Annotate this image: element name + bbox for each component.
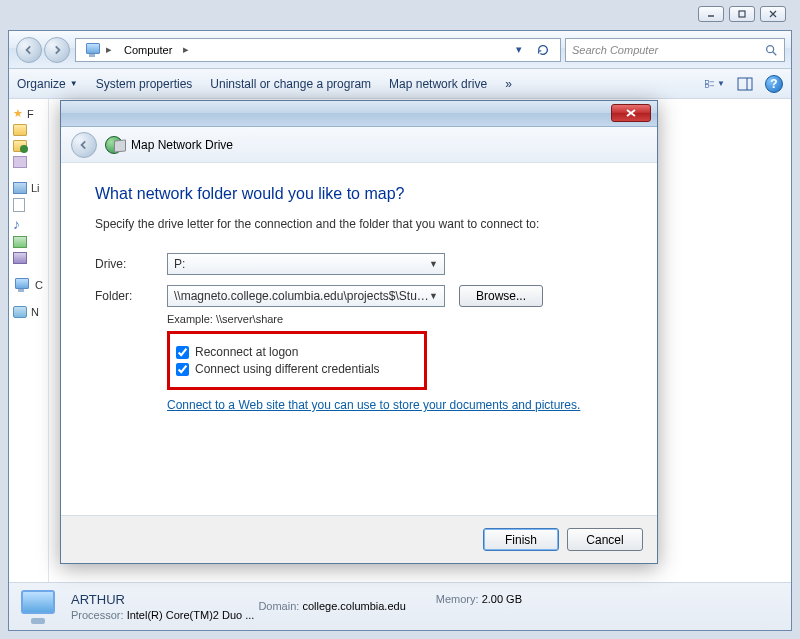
browse-button[interactable]: Browse... [459, 285, 543, 307]
processor-value: Intel(R) Core(TM)2 Duo ... [127, 609, 255, 621]
computer-large-icon [17, 588, 61, 626]
back-button[interactable] [16, 37, 42, 63]
window-controls [698, 6, 786, 22]
different-credentials-checkbox[interactable] [176, 363, 189, 376]
chevron-down-icon: ▼ [429, 259, 438, 269]
refresh-button[interactable] [532, 39, 554, 61]
svg-rect-7 [706, 84, 709, 87]
folder-value: \\magneto.college.columbia.edu\projects$… [174, 289, 429, 303]
libraries-icon [13, 182, 27, 194]
sidebar-item[interactable] [13, 154, 44, 170]
reconnect-checkbox-row[interactable]: Reconnect at logon [176, 345, 414, 359]
view-options-button[interactable]: ▼ [705, 74, 725, 94]
organize-menu[interactable]: Organize▼ [17, 77, 78, 91]
sidebar-item[interactable] [13, 138, 44, 154]
highlighted-checkbox-group: Reconnect at logon Connect using differe… [167, 331, 427, 390]
minimize-button[interactable] [698, 6, 724, 22]
sidebar-item[interactable] [13, 122, 44, 138]
sidebar-item[interactable]: ♪ [13, 214, 44, 234]
uninstall-program-button[interactable]: Uninstall or change a program [210, 77, 371, 91]
videos-icon [13, 252, 27, 264]
dialog-close-button[interactable] [611, 104, 651, 122]
address-bar[interactable]: ▸ Computer ▸ ▾ [75, 38, 561, 62]
reconnect-checkbox[interactable] [176, 346, 189, 359]
address-dropdown-button[interactable]: ▾ [508, 39, 530, 61]
chevron-down-icon: ▼ [717, 79, 725, 88]
dialog-description: Specify the drive letter for the connect… [95, 217, 623, 231]
different-credentials-checkbox-row[interactable]: Connect using different credentials [176, 362, 414, 376]
sidebar-computer[interactable]: C [13, 276, 44, 294]
processor-label: Processor: [71, 609, 124, 621]
svg-rect-1 [739, 11, 745, 17]
dialog-titlebar[interactable] [61, 101, 657, 127]
breadcrumb-computer[interactable]: Computer ▸ [118, 41, 195, 58]
folder-combobox[interactable]: \\magneto.college.columbia.edu\projects$… [167, 285, 445, 307]
forward-button[interactable] [44, 37, 70, 63]
system-properties-button[interactable]: System properties [96, 77, 193, 91]
computer-icon [13, 278, 31, 292]
search-input[interactable]: Search Computer [565, 38, 785, 62]
drive-select[interactable]: P: ▼ [167, 253, 445, 275]
maximize-button[interactable] [729, 6, 755, 22]
chevron-down-icon: ▼ [70, 79, 78, 88]
breadcrumb-label: Computer [124, 44, 172, 56]
dialog-heading: What network folder would you like to ma… [95, 185, 623, 203]
documents-icon [13, 198, 25, 212]
pictures-icon [13, 236, 27, 248]
map-network-drive-button[interactable]: Map network drive [389, 77, 487, 91]
domain-value: college.columbia.edu [302, 600, 405, 612]
memory-label: Memory: [436, 593, 479, 605]
chevron-down-icon: ▼ [429, 291, 438, 301]
different-credentials-label: Connect using different credentials [195, 362, 380, 376]
sidebar-favorites[interactable]: ★F [13, 105, 44, 122]
details-pane: ARTHUR Processor: Intel(R) Core(TM)2 Duo… [9, 582, 791, 630]
finish-button[interactable]: Finish [483, 528, 559, 551]
recent-icon [13, 156, 27, 168]
dialog-header: Map Network Drive [61, 127, 657, 163]
search-placeholder: Search Computer [572, 44, 764, 56]
chevron-right-icon: ▸ [106, 43, 112, 56]
computer-name: ARTHUR [71, 592, 254, 607]
sidebar-item[interactable] [13, 234, 44, 250]
dialog-back-button[interactable] [71, 132, 97, 158]
command-bar: Organize▼ System properties Uninstall or… [9, 69, 791, 99]
folder-label: Folder: [95, 289, 167, 303]
close-window-button[interactable] [760, 6, 786, 22]
navigation-pane: ★F Li ♪ C N [9, 99, 49, 582]
domain-label: Domain: [258, 600, 299, 612]
drive-label: Drive: [95, 257, 167, 271]
star-icon: ★ [13, 107, 23, 120]
connect-website-link[interactable]: Connect to a Web site that you can use t… [167, 398, 580, 412]
map-network-drive-dialog: Map Network Drive What network folder wo… [60, 100, 658, 564]
sidebar-item[interactable] [13, 250, 44, 266]
dialog-body: What network folder would you like to ma… [61, 163, 657, 515]
nav-history-buttons [15, 35, 71, 65]
memory-value: 2.00 GB [482, 593, 522, 605]
cancel-button[interactable]: Cancel [567, 528, 643, 551]
breadcrumb-root[interactable]: ▸ [78, 41, 118, 59]
drive-value: P: [174, 257, 429, 271]
svg-line-5 [773, 51, 777, 55]
dialog-footer: Finish Cancel [61, 515, 657, 563]
navigation-bar: ▸ Computer ▸ ▾ Search Computer [9, 31, 791, 69]
music-icon: ♪ [13, 216, 20, 232]
network-icon [13, 306, 27, 318]
search-icon [764, 43, 778, 57]
downloads-icon [13, 140, 27, 152]
svg-rect-6 [706, 80, 709, 83]
sidebar-network[interactable]: N [13, 304, 44, 320]
computer-icon [84, 43, 102, 57]
sidebar-item[interactable] [13, 196, 44, 214]
dialog-title: Map Network Drive [131, 138, 233, 152]
sidebar-libraries[interactable]: Li [13, 180, 44, 196]
reconnect-label: Reconnect at logon [195, 345, 298, 359]
folder-icon [13, 124, 27, 136]
svg-point-4 [767, 45, 774, 52]
svg-rect-10 [738, 78, 752, 90]
folder-example: Example: \\server\share [167, 313, 623, 325]
help-button[interactable]: ? [765, 75, 783, 93]
chevron-right-icon: ▸ [183, 43, 189, 56]
toolbar-overflow-button[interactable]: » [505, 77, 512, 91]
network-drive-icon [105, 136, 123, 154]
preview-pane-button[interactable] [735, 74, 755, 94]
